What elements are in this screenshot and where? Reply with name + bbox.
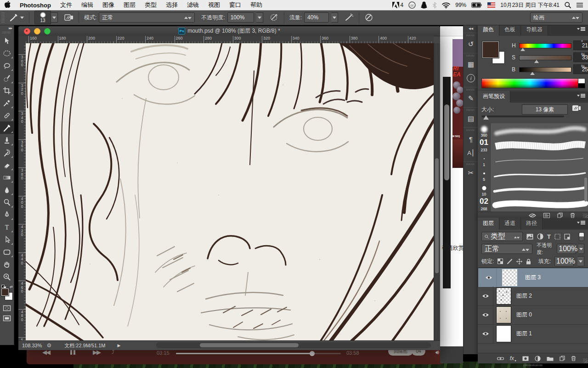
brush-preset-picker[interactable]: 13	[34, 11, 58, 24]
lock-transparency-icon[interactable]	[498, 259, 503, 264]
layer-opacity-dropdown[interactable]	[578, 244, 584, 254]
layer-thumbnail[interactable]	[496, 325, 511, 342]
info-panel-icon[interactable]: i	[464, 71, 478, 85]
background-scrollbar-thumb[interactable]	[444, 104, 449, 180]
new-group-icon[interactable]	[547, 356, 554, 361]
spotlight-search-icon[interactable]	[565, 2, 571, 8]
shape-tool[interactable]	[0, 246, 14, 258]
toggle-brush-panel-icon[interactable]	[571, 104, 582, 115]
new-brush-icon[interactable]	[557, 213, 563, 218]
saturation-slider-thumb[interactable]	[534, 60, 539, 63]
menu-edit[interactable]: 编辑	[77, 1, 98, 9]
brush-stroke-preview-icon[interactable]	[529, 213, 536, 218]
brush-preset-row[interactable]: 10	[478, 182, 588, 197]
history-panel-icon[interactable]: ↺	[464, 37, 478, 51]
brush-preset-row[interactable]: 01233	[478, 138, 588, 153]
workspace-select[interactable]: 绘画	[530, 12, 582, 23]
fill-dropdown[interactable]	[577, 256, 584, 266]
color-spectrum-ramp[interactable]	[481, 78, 579, 88]
menu-image[interactable]: 图像	[98, 1, 119, 9]
delete-brush-icon[interactable]	[570, 213, 575, 218]
progress-knob[interactable]	[310, 351, 315, 356]
saturation-slider[interactable]	[519, 55, 571, 60]
blur-tool[interactable]	[0, 184, 14, 196]
brush-panel-icon[interactable]: ✎	[464, 92, 478, 105]
paragraph-panel-icon[interactable]: ¶	[464, 132, 478, 146]
layer-row[interactable]: 图层 0	[478, 305, 588, 325]
history-brush-tool[interactable]	[0, 146, 14, 159]
add-layer-mask-icon[interactable]	[522, 356, 529, 361]
new-adjustment-layer-icon[interactable]	[535, 356, 541, 362]
brush-size-slider[interactable]	[481, 115, 564, 117]
airbrush-button[interactable]	[345, 13, 354, 22]
filter-pixel-layers-icon[interactable]	[526, 234, 533, 240]
visibility-toggle[interactable]	[478, 324, 493, 343]
screen-mode-button[interactable]	[0, 313, 14, 323]
panel-height-grip[interactable]	[524, 364, 542, 366]
filter-type-layers-icon[interactable]: T	[547, 233, 551, 240]
canvas-artwork[interactable]	[26, 43, 434, 340]
status-expand-icon[interactable]: ▶	[117, 343, 120, 348]
quick-mask-button[interactable]	[0, 303, 14, 313]
foreground-color-well[interactable]	[482, 41, 499, 58]
tab-color[interactable]: 颜色	[478, 24, 499, 36]
keyboard-flag-icon[interactable]	[487, 2, 495, 8]
tab-layers[interactable]: 图层	[478, 218, 499, 230]
filter-adjustment-layers-icon[interactable]	[537, 233, 543, 240]
brush-tool[interactable]	[0, 121, 14, 134]
layer-blend-mode-select[interactable]: 正常	[481, 244, 532, 254]
brush-size-slider-thumb[interactable]	[483, 115, 489, 120]
menu-layer[interactable]: 图层	[119, 1, 140, 9]
opacity-dropdown[interactable]	[256, 12, 263, 23]
menu-select[interactable]: 选择	[161, 1, 182, 9]
layer-thumbnail[interactable]	[496, 306, 511, 323]
layer-thumbnail[interactable]	[496, 288, 511, 305]
hue-value[interactable]: 21	[573, 40, 588, 50]
expand-panels-icon[interactable]: ◂◂	[464, 25, 478, 31]
ruler-vertical[interactable]: 300320340360380400420440460480500	[18, 43, 26, 340]
brightness-value[interactable]: 25	[573, 64, 588, 74]
lock-position-icon[interactable]	[516, 259, 522, 264]
delete-layer-icon[interactable]	[571, 356, 576, 361]
layer-opacity-value[interactable]: 100%	[557, 244, 576, 254]
menu-filter[interactable]: 滤镜	[182, 1, 204, 9]
lock-all-icon[interactable]	[526, 259, 531, 264]
visibility-toggle[interactable]	[481, 268, 497, 287]
opacity-value[interactable]: 100%	[227, 12, 254, 23]
zoom-level-field[interactable]: 108.33%	[22, 343, 42, 348]
link-layers-icon[interactable]	[497, 356, 504, 361]
poster-thumbnail[interactable]: RI EA M SEQ	[452, 39, 463, 168]
status-options-icon[interactable]: ⚙	[46, 342, 51, 349]
menu-datetime[interactable]: 10月23日 周日 下午8:41	[500, 1, 560, 9]
apple-menu[interactable]	[0, 1, 15, 9]
layer-row-selected[interactable]: 图层 3	[478, 268, 588, 288]
layer-thumbnail[interactable]	[502, 269, 517, 286]
collapse-tools-icon[interactable]: ▸▸	[0, 25, 14, 30]
qq-icon[interactable]	[421, 1, 427, 9]
panel-resize-grip[interactable]	[583, 213, 588, 218]
tool-preset-picker[interactable]	[10, 13, 24, 22]
tab-swatches[interactable]: 色板	[499, 24, 521, 36]
tools-grip[interactable]	[3, 31, 11, 34]
options-grip[interactable]	[1, 12, 5, 23]
smoothing-button[interactable]	[364, 13, 373, 22]
zoom-button[interactable]	[44, 28, 51, 34]
tab-channels[interactable]: 通道	[499, 218, 521, 230]
wifi-icon[interactable]	[442, 2, 450, 8]
tablet-opacity-button[interactable]	[270, 13, 279, 22]
minimize-button[interactable]	[34, 28, 40, 34]
brush-preset-row[interactable]: 360	[478, 123, 588, 138]
foreground-color-swatch[interactable]	[1, 288, 9, 296]
tab-paths[interactable]: 路径	[521, 218, 543, 230]
character-panel-icon[interactable]: A⎮	[464, 146, 478, 160]
layer-name[interactable]: 图层 2	[516, 292, 532, 300]
horizontal-scrollbar-thumb[interactable]	[200, 343, 299, 347]
hue-slider[interactable]	[519, 43, 571, 48]
layer-name[interactable]: 图层 0	[516, 311, 532, 319]
layer-row[interactable]: 图层 1	[478, 324, 588, 344]
visibility-toggle[interactable]	[478, 305, 493, 324]
notification-center-icon[interactable]	[576, 2, 583, 8]
close-button[interactable]	[24, 28, 30, 34]
menu-window[interactable]: 窗口	[225, 1, 246, 9]
lasso-tool[interactable]	[0, 59, 14, 72]
